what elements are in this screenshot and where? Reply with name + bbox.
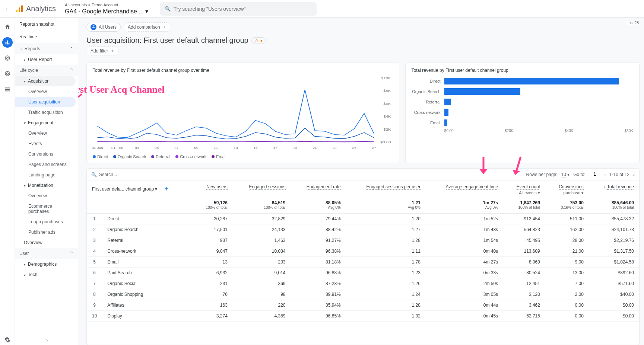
- rail-advertising[interactable]: [2, 68, 13, 79]
- chevron-right-icon[interactable]: ›: [633, 172, 635, 177]
- table-row[interactable]: 9Affiliates16322085.94%1.280m 44s3,4620.…: [87, 300, 639, 311]
- nav-landing-page[interactable]: Landing page: [15, 170, 78, 180]
- th-new-users[interactable]: New users: [193, 181, 233, 197]
- svg-text:17: 17: [273, 146, 277, 150]
- svg-rect-11: [5, 90, 10, 91]
- left-rail: [0, 18, 15, 345]
- sort-arrow-icon: ↓: [604, 184, 606, 189]
- nav-it-reports[interactable]: IT Reports⌃: [15, 43, 78, 54]
- svg-rect-2: [21, 5, 23, 12]
- th-sessions-per-user[interactable]: Engaged sessions per user: [346, 181, 426, 197]
- chevron-up-icon: ⌃: [70, 46, 73, 51]
- th-total-revenue[interactable]: ↓ Total revenue: [589, 181, 639, 197]
- hbar-label: Referral: [412, 100, 441, 104]
- chart-cards-row: Total revenue by First user default chan…: [86, 62, 640, 163]
- nav-acquisition[interactable]: ▾Acquisition: [15, 76, 76, 86]
- svg-rect-9: [5, 87, 10, 88]
- table-search[interactable]: 🔍: [91, 172, 523, 177]
- legend-item[interactable]: Direct: [93, 154, 108, 159]
- nav-demographics[interactable]: ▸Demographics: [15, 259, 78, 269]
- nav-tech[interactable]: ▸Tech: [15, 269, 78, 280]
- hbar-label: Direct: [412, 79, 441, 83]
- caret-icon: ▸: [24, 58, 26, 62]
- hbar-label: Cross-network: [412, 110, 441, 115]
- rail-reports[interactable]: [2, 37, 13, 48]
- th-dimension[interactable]: First user defa... channel group ▾ ＋: [87, 181, 193, 197]
- breadcrumb-main: GA4 - Google Merchandise ... ▾: [65, 8, 148, 15]
- global-search-input[interactable]: [174, 6, 312, 12]
- table-row[interactable]: 1Direct20,28732,82979.44%1.201m 52s912,4…: [87, 214, 639, 224]
- th-conversions[interactable]: Conversionspurchase ▾: [545, 181, 589, 197]
- table-search-input[interactable]: [99, 172, 155, 177]
- nav-ecommerce-purchases[interactable]: Ecommerce purchases: [15, 201, 78, 217]
- date-range-label[interactable]: Last 28: [626, 21, 639, 25]
- goto-input[interactable]: [589, 172, 600, 177]
- rail-explore[interactable]: [2, 53, 13, 63]
- global-search[interactable]: 🔍: [160, 2, 317, 16]
- property-selector[interactable]: All accounts > Demo Account GA4 - Google…: [65, 3, 148, 15]
- nav-inapp-purchases[interactable]: In-app purchases: [15, 217, 78, 227]
- nav-user-group[interactable]: User⌃: [15, 248, 78, 259]
- caret-icon: ▾: [24, 79, 26, 83]
- nav-acq-overview[interactable]: Overview: [15, 86, 78, 97]
- line-chart-card: Total revenue by First user default chan…: [86, 62, 399, 163]
- table-row[interactable]: 5Email1323381.18%1.784m 27s8,0699.00$1,0…: [87, 257, 639, 268]
- rail-home[interactable]: [2, 22, 13, 32]
- nav-user-report[interactable]: ▸User Report: [15, 54, 78, 65]
- nav-events[interactable]: Events: [15, 138, 78, 149]
- th-engagement-rate[interactable]: Engagement rate: [291, 181, 346, 197]
- nav-mon-overview[interactable]: Overview: [15, 191, 78, 201]
- nav-retention-overview[interactable]: Overview: [15, 237, 78, 248]
- svg-text:13: 13: [234, 146, 238, 150]
- chevron-down-icon: ▾: [260, 38, 263, 43]
- rows-per-page-select[interactable]: 10 ▾: [561, 172, 570, 177]
- table-row[interactable]: 2Organic Search17,50124,13388.42%1.271m …: [87, 224, 639, 235]
- th-avg-engagement[interactable]: Average engagement time: [426, 181, 503, 197]
- svg-text:15: 15: [253, 146, 257, 150]
- nav-publisher-ads[interactable]: Publisher ads: [15, 227, 78, 237]
- legend-item[interactable]: Organic Search: [113, 154, 146, 159]
- chip-add-filter[interactable]: Add filter＋: [86, 46, 119, 55]
- legend-item[interactable]: Cross-network: [175, 154, 206, 159]
- th-engaged-sessions[interactable]: Engaged sessions: [233, 181, 291, 197]
- table-row[interactable]: 3Referral9371,46391.27%1.281m 54s45,4952…: [87, 235, 639, 246]
- nav-monetization[interactable]: ▾Monetization: [15, 180, 78, 191]
- nav-reports-snapshot[interactable]: Reports snapshot: [15, 18, 78, 31]
- chip-add-comparison[interactable]: Add comparison＋: [124, 22, 171, 32]
- svg-text:23: 23: [333, 146, 337, 150]
- collapse-nav-icon[interactable]: ‹: [47, 337, 48, 342]
- nav-user-acquisition[interactable]: User acquisition: [15, 97, 76, 107]
- nav-engagement[interactable]: ▾Engagement: [15, 118, 78, 128]
- svg-text:07: 07: [174, 146, 178, 150]
- nav-eng-overview[interactable]: Overview: [15, 128, 78, 138]
- goto-label: Go to:: [573, 172, 586, 177]
- svg-text:$8K: $8K: [383, 89, 391, 93]
- chip-all-users[interactable]: AAll Users: [86, 23, 121, 32]
- hbar-row: Organic Search: [412, 86, 633, 97]
- svg-rect-4: [7, 41, 8, 45]
- nav-pages-screens[interactable]: Pages and screens: [15, 159, 78, 170]
- legend-item[interactable]: Email: [212, 154, 226, 159]
- threshold-warning[interactable]: ⚠▾: [251, 37, 266, 44]
- legend-item[interactable]: Referral: [151, 154, 170, 159]
- table-row[interactable]: 8Organic Shopping769889.91%1.243m 05s3,1…: [87, 289, 639, 300]
- chevron-left-icon[interactable]: ‹: [604, 172, 606, 177]
- chevron-up-icon: ⌃: [70, 68, 73, 73]
- search-icon: 🔍: [91, 172, 97, 177]
- table-row[interactable]: 6Paid Search6,9329,01496.88%1.230m 33s80…: [87, 268, 639, 278]
- rail-configure[interactable]: [2, 84, 13, 95]
- hbar-row: Direct: [412, 76, 633, 86]
- table-row[interactable]: 7Organic Social23136987.23%1.262m 50s12,…: [87, 278, 639, 289]
- rail-admin[interactable]: [2, 335, 13, 345]
- svg-point-8: [6, 73, 8, 74]
- add-secondary-dimension[interactable]: ＋: [162, 184, 171, 192]
- back-arrow[interactable]: ←: [3, 6, 12, 12]
- rows-per-page-label: Rows per page:: [526, 172, 558, 177]
- nav-life-cycle[interactable]: Life cycle⌃: [15, 65, 78, 76]
- nav-conversions[interactable]: Conversions: [15, 149, 78, 159]
- th-event-count[interactable]: Event countAll events ▾: [503, 181, 545, 197]
- nav-realtime[interactable]: Realtime: [15, 31, 78, 43]
- table-row[interactable]: 4Cross-network9,04710,03496.38%1.110m 40…: [87, 246, 639, 257]
- nav-traffic-acquisition[interactable]: Traffic acquisition: [15, 107, 78, 118]
- table-row[interactable]: 10Display3,2744,35996.85%1.320m 45s62,71…: [87, 311, 639, 322]
